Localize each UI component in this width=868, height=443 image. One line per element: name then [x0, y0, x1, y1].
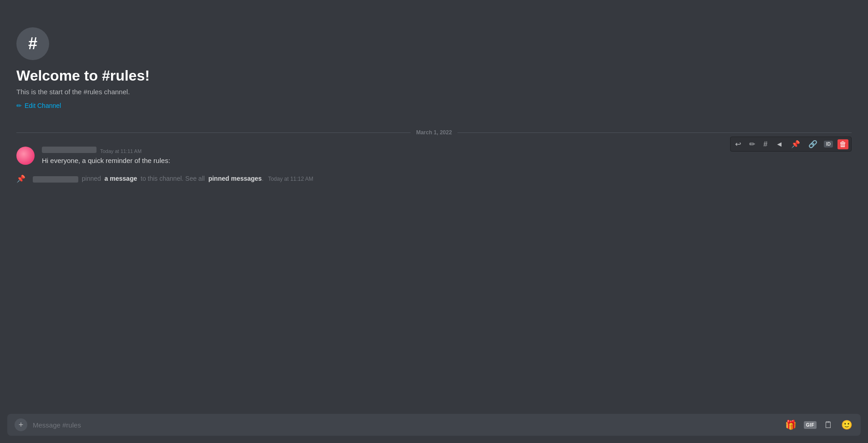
channel-mention-button[interactable]: # — [761, 139, 769, 149]
message-actions-bar: ↩ ✏ # ◄ 📌 🔗 ID 🗑 — [730, 137, 852, 152]
user-avatar — [16, 147, 35, 165]
pin-system-icon: 📌 — [16, 174, 25, 183]
system-text-pre: pinned — [82, 175, 101, 182]
add-content-button[interactable]: + — [15, 418, 27, 431]
channel-title: Welcome to #rules! — [16, 67, 852, 84]
message-row: ↩ ✏ # ◄ 📌 🔗 ID 🗑 Today at 11:11 AM Hi ev… — [9, 145, 859, 167]
mention-button[interactable]: ◄ — [774, 139, 785, 149]
date-divider-text: March 1, 2022 — [411, 129, 457, 136]
system-pinned-link[interactable]: pinned messages — [208, 175, 262, 182]
message-input[interactable] — [33, 421, 779, 429]
channel-icon-circle: # — [16, 27, 49, 60]
gif-button[interactable]: GIF — [804, 421, 817, 429]
pin-button[interactable]: 📌 — [789, 139, 802, 149]
edit-channel-label: Edit Channel — [25, 102, 61, 109]
copy-link-button[interactable]: 🔗 — [807, 139, 819, 149]
copy-id-button[interactable]: ID — [824, 141, 833, 148]
channel-hash-icon: # — [28, 36, 37, 52]
system-text-period: . — [262, 175, 264, 182]
channel-header: # Welcome to #rules! This is the start o… — [9, 18, 859, 118]
message-timestamp: Today at 11:11 AM — [100, 148, 142, 154]
edit-message-button[interactable]: ✏ — [747, 139, 757, 149]
edit-channel-button[interactable]: ✏ Edit Channel — [16, 102, 852, 109]
emoji-button[interactable]: 🙂 — [840, 418, 853, 431]
system-text-link[interactable]: a message — [105, 175, 137, 182]
gift-button[interactable]: 🎁 — [784, 418, 797, 431]
delete-message-button[interactable]: 🗑 — [838, 139, 848, 149]
channel-description: This is the start of the #rules channel. — [16, 88, 852, 96]
message-text: Hi everyone, a quick reminder of the rul… — [42, 156, 852, 165]
system-username-blur — [33, 176, 78, 183]
system-text-mid: to this channel. See all — [141, 175, 205, 182]
system-message: 📌 pinned a message to this channel. See … — [9, 171, 859, 187]
system-timestamp: Today at 11:12 AM — [268, 176, 313, 182]
pencil-icon: ✏ — [16, 102, 22, 109]
username — [42, 147, 96, 153]
system-message-text: pinned a message to this channel. See al… — [33, 175, 313, 182]
message-input-area: + 🎁 GIF 🗒 🙂 — [7, 414, 861, 436]
input-actions: 🎁 GIF 🗒 🙂 — [784, 418, 853, 431]
sticker-button[interactable]: 🗒 — [823, 419, 834, 431]
plus-icon: + — [19, 420, 24, 430]
date-divider: March 1, 2022 — [9, 129, 859, 136]
reply-button[interactable]: ↩ — [733, 139, 743, 149]
